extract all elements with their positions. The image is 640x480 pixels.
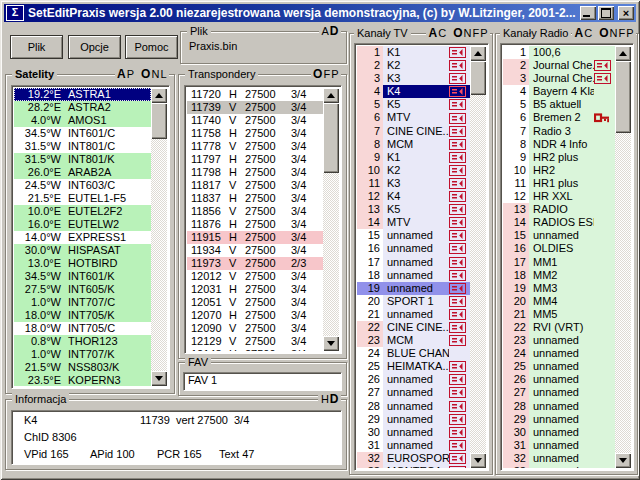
transponder-row[interactable]: 12090V275003/4 <box>187 322 323 335</box>
flag-letter-n[interactable]: N <box>463 27 471 39</box>
satellite-row[interactable]: 21.5°EEUTEL1-F5 <box>14 192 151 205</box>
tv-channel-row[interactable]: 22CINE CINE... <box>357 321 470 334</box>
satellite-row[interactable]: 30.0°WHISPASAT <box>14 244 151 257</box>
tv-channel-row[interactable]: 31unnamed <box>357 439 470 452</box>
satellite-row[interactable]: 26.0°EARAB2A <box>14 166 151 179</box>
radio-channel-row[interactable]: 26unnamed <box>503 373 615 386</box>
satellite-row[interactable]: 27.5°WINT605/K <box>14 283 151 296</box>
transponder-row[interactable]: 11720H275003/4 <box>187 88 323 101</box>
transponder-row[interactable]: 11876H275003/4 <box>187 218 323 231</box>
tv-channel-row[interactable]: 7CINE CINE... <box>357 125 470 138</box>
radio-channel-row[interactable]: 2Journal Che... <box>503 59 615 72</box>
flag-letter-l[interactable]: L <box>160 68 166 80</box>
radio-channel-row[interactable]: 4Bayern 4 Klassik <box>503 85 615 98</box>
scroll-track[interactable] <box>323 103 339 336</box>
satellite-row[interactable]: 16.0°EEUTELW2 <box>14 218 151 231</box>
flag-letter-a[interactable]: A <box>575 27 584 39</box>
flag-letter-a[interactable]: A <box>321 25 328 37</box>
radio-channel-row[interactable]: 20MM4 <box>503 295 615 308</box>
flag-letter-a[interactable]: A <box>117 68 126 80</box>
flag-letter-o[interactable]: O <box>599 27 608 39</box>
scroll-thumb[interactable] <box>470 61 486 95</box>
radio-channel-row[interactable]: 31unnamed <box>503 439 615 452</box>
satellite-row[interactable]: 0.8°WTHOR123 <box>14 335 151 348</box>
opcje-button[interactable]: Opcje <box>68 35 121 59</box>
radio-channel-row[interactable]: 24unnamed <box>503 347 615 360</box>
tv-channel-row[interactable]: 17unnamed <box>357 256 470 269</box>
satellite-row[interactable]: 31.5°WINT801/K <box>14 153 151 166</box>
radio-channel-row[interactable]: 21MM5 <box>503 308 615 321</box>
scroll-up-button[interactable] <box>470 46 486 61</box>
close-button[interactable]: × <box>618 6 634 20</box>
transponder-row[interactable]: 11837H275003/4 <box>187 192 323 205</box>
flag-letter-f[interactable]: F <box>472 27 479 39</box>
satellite-row[interactable]: 23.5°EKOPERN3 <box>14 374 151 386</box>
radio-channel-row[interactable]: 16OLDIES <box>503 242 615 255</box>
flag-letter-c[interactable]: C <box>584 27 592 39</box>
tv-channel-row[interactable]: 14MTV <box>357 216 470 229</box>
tv-channel-row[interactable]: 26unnamed <box>357 373 470 386</box>
transponders-flags[interactable]: OFP <box>311 68 341 80</box>
tv-channel-row[interactable]: 19unnamed <box>357 282 470 295</box>
tv-channel-row[interactable]: 12K4 <box>357 190 470 203</box>
scroll-track[interactable] <box>615 61 631 453</box>
tv-channel-row[interactable]: 33MONTECA... <box>357 465 470 468</box>
tv-channel-row[interactable]: 1K1 <box>357 46 470 59</box>
radio-channel-row[interactable]: 5B5 aktuell <box>503 98 615 111</box>
maximize-button[interactable] <box>598 6 614 20</box>
scroll-down-button[interactable] <box>615 453 631 468</box>
flag-letter-o[interactable]: O <box>141 68 150 80</box>
transponder-row[interactable]: 11740V275003/4 <box>187 114 323 127</box>
tv-channel-row[interactable]: 25HEIMATKA... <box>357 360 470 373</box>
file-group-flags[interactable]: AD <box>319 25 341 37</box>
satellite-row[interactable]: 1.0°WINT707/K <box>14 348 151 361</box>
flag-letter-f[interactable]: F <box>618 27 625 39</box>
radio-channel-row[interactable]: 27unnamed <box>503 386 615 399</box>
satellite-row[interactable]: 28.2°EASTRA2 <box>14 101 151 114</box>
satellite-row[interactable]: 19.2°EASTRA1 <box>14 88 151 101</box>
flag-letter-n[interactable]: N <box>609 27 617 39</box>
tv-channel-row[interactable]: 9K1 <box>357 151 470 164</box>
tv-channel-row[interactable]: 15unnamed <box>357 229 470 242</box>
flag-letter-c[interactable]: C <box>438 27 446 39</box>
flag-letter-a[interactable]: A <box>429 27 438 39</box>
radio-channel-row[interactable]: 28unnamed <box>503 400 615 413</box>
transponder-row[interactable]: 11797H275003/4 <box>187 153 323 166</box>
flag-letter-p[interactable]: P <box>626 27 633 39</box>
radio-channel-row[interactable]: 17MM1 <box>503 256 615 269</box>
flag-letter-p[interactable]: P <box>480 27 487 39</box>
tv-channel-row[interactable]: 27unnamed <box>357 386 470 399</box>
flag-letter-p[interactable]: P <box>127 68 134 80</box>
transponder-row[interactable]: 12148H275003/4 <box>187 348 323 351</box>
radio-channel-row[interactable]: 33unnamed <box>503 465 615 468</box>
satellite-row[interactable]: 13.0°EHOTBIRD <box>14 257 151 270</box>
transponder-row[interactable]: 11856V275003/4 <box>187 205 323 218</box>
transponder-row[interactable]: 11915H275003/4 <box>187 231 323 244</box>
plik-button[interactable]: Plik <box>10 35 63 59</box>
tv-channel-row[interactable]: 32EUROSPORT <box>357 452 470 465</box>
flag-letter-o[interactable]: O <box>453 27 462 39</box>
satellites-flags[interactable]: APONL <box>115 68 169 80</box>
tv-channel-row[interactable]: 21unnamed <box>357 308 470 321</box>
tv-channel-row[interactable]: 10K2 <box>357 164 470 177</box>
scroll-up-button[interactable] <box>151 88 167 103</box>
satellite-row[interactable]: 18.0°WINT705/K <box>14 309 151 322</box>
tv-channel-row[interactable]: 28unnamed <box>357 400 470 413</box>
tv-channel-row[interactable]: 30unnamed <box>357 426 470 439</box>
tv-channel-row[interactable]: 4K4 <box>357 85 470 98</box>
radio-channel-row[interactable]: 14RADIOS ESP. <box>503 216 615 229</box>
tv-channel-row[interactable]: 13K5 <box>357 203 470 216</box>
flag-letter-h[interactable]: H <box>321 393 329 405</box>
radio-channel-row[interactable]: 19MM3 <box>503 282 615 295</box>
app-logo-icon[interactable]: Σ <box>6 5 24 21</box>
tv-channel-row[interactable]: 6MTV <box>357 111 470 124</box>
tv-scrollbar[interactable] <box>470 46 486 468</box>
tv-channel-row[interactable]: 20SPORT 1 <box>357 295 470 308</box>
satellite-row[interactable]: 34.5°WINT601/C <box>14 127 151 140</box>
tv-channels-flags[interactable]: ACONFP <box>426 27 490 39</box>
flag-letter-n[interactable]: N <box>151 68 159 80</box>
tv-channel-row[interactable]: 3K3 <box>357 72 470 85</box>
transponder-row[interactable]: 11798H275003/4 <box>187 166 323 179</box>
scroll-down-button[interactable] <box>151 371 167 386</box>
satellite-row[interactable]: 18.0°WINT705/C <box>14 322 151 335</box>
